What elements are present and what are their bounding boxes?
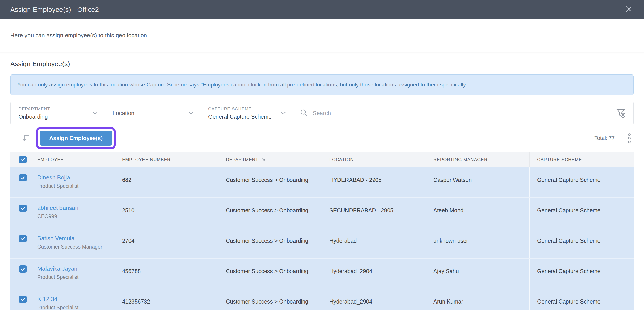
department-filter-value: Onboarding xyxy=(18,114,50,120)
select-all-checkbox[interactable] xyxy=(19,156,26,163)
location-cell: Hyderabad xyxy=(322,228,426,258)
search-input[interactable] xyxy=(312,110,616,117)
table-header-employee-number: EMPLOYEE NUMBER xyxy=(114,152,218,167)
employee-cell: Malavika Jayan Product Specialist xyxy=(10,259,114,289)
employee-number-cell: 456788 xyxy=(114,259,218,289)
employee-number-cell: 682 xyxy=(114,167,218,197)
filter-clear-icon[interactable] xyxy=(616,107,626,119)
capture-scheme-filter-label: CAPTURE SCHEME xyxy=(208,106,272,111)
employee-job-title: CEO999 xyxy=(37,213,78,220)
employee-cell: abhijeet bansari CEO999 xyxy=(10,198,114,228)
employee-job-title: Customer Success Manager xyxy=(37,244,102,250)
total-count: Total: 77 xyxy=(594,135,615,141)
employee-job-title: Product Specialist xyxy=(37,305,78,310)
employee-name-link[interactable]: Dinesh Bojja xyxy=(37,174,78,181)
row-checkbox[interactable] xyxy=(19,174,26,182)
reporting-manager-cell: Arun Kumar xyxy=(426,289,529,310)
table-header-employee: EMPLOYEE xyxy=(10,152,114,167)
location-cell: Hyderabad_2904 xyxy=(322,259,426,289)
location-cell: SECUNDERABAD - 2905 xyxy=(322,198,426,228)
capture-scheme-cell: General Capture Scheme xyxy=(529,289,634,310)
table-toolbar: Assign Employee(s) Total: 77 xyxy=(10,124,634,152)
employee-job-title: Product Specialist xyxy=(37,274,78,280)
table-row[interactable]: K 12 34 Product Specialist 412356732 Cus… xyxy=(10,289,634,310)
intro-section: Here you can assign employee(s) to this … xyxy=(0,19,644,52)
capture-scheme-cell: General Capture Scheme xyxy=(529,167,634,197)
capture-scheme-filter[interactable]: CAPTURE SCHEME General Capture Scheme xyxy=(200,102,292,124)
employee-number-cell: 2704 xyxy=(114,228,218,258)
chevron-down-icon xyxy=(188,111,194,115)
department-cell: Customer Success > Onboarding xyxy=(218,259,322,289)
filter-bar: DEPARTMENT Onboarding Location CAPTURE S… xyxy=(10,102,634,124)
modal-header: Assign Employee(s) - Office2 xyxy=(0,0,644,19)
department-cell: Customer Success > Onboarding xyxy=(218,228,322,258)
department-cell: Customer Success > Onboarding xyxy=(218,167,322,197)
employee-name-link[interactable]: Satish Vemula xyxy=(37,235,102,242)
employee-name-link[interactable]: Malavika Jayan xyxy=(37,265,78,272)
location-filter[interactable]: Location xyxy=(104,102,200,124)
employee-number-cell: 412356732 xyxy=(114,289,218,310)
table-row[interactable]: Dinesh Bojja Product Specialist 682 Cust… xyxy=(10,167,634,198)
capture-scheme-cell: General Capture Scheme xyxy=(529,198,634,228)
employee-number-cell: 2510 xyxy=(114,198,218,228)
department-cell: Customer Success > Onboarding xyxy=(218,198,322,228)
table-header-reporting-manager: REPORTING MANAGER xyxy=(426,152,529,167)
search-box xyxy=(292,102,634,124)
kebab-menu-icon[interactable] xyxy=(628,133,630,143)
funnel-icon[interactable] xyxy=(262,157,266,162)
assign-employees-button[interactable]: Assign Employee(s) xyxy=(40,131,112,145)
employee-name-link[interactable]: K 12 34 xyxy=(37,296,78,303)
location-cell: HYDERABAD - 2905 xyxy=(322,167,426,197)
employee-job-title: Product Specialist xyxy=(37,183,78,189)
row-checkbox[interactable] xyxy=(19,265,26,273)
department-cell: Customer Success > Onboarding xyxy=(218,289,322,310)
table-header-capture-scheme: CAPTURE SCHEME xyxy=(529,152,634,167)
intro-description: Here you can assign employee(s) to this … xyxy=(10,32,149,39)
location-cell: Hyderabad_2904 xyxy=(322,289,426,310)
reporting-manager-cell: Ateeb Mohd. xyxy=(426,198,529,228)
close-icon xyxy=(625,5,633,14)
capture-scheme-cell: General Capture Scheme xyxy=(529,259,634,289)
capture-scheme-filter-value: General Capture Scheme xyxy=(208,114,272,120)
department-filter[interactable]: DEPARTMENT Onboarding xyxy=(10,102,104,124)
table-row[interactable]: Malavika Jayan Product Specialist 456788… xyxy=(10,259,634,289)
annotation-highlight: Assign Employee(s) xyxy=(36,127,116,149)
capture-scheme-cell: General Capture Scheme xyxy=(529,228,634,258)
reporting-manager-cell: unknown user xyxy=(426,228,529,258)
page-title: Assign Employee(s) xyxy=(10,60,634,68)
info-banner-text: You can only assign employees to this lo… xyxy=(17,82,467,88)
table-body: Dinesh Bojja Product Specialist 682 Cust… xyxy=(10,167,634,310)
reporting-manager-cell: Casper Watson xyxy=(426,167,529,197)
search-icon xyxy=(300,109,308,117)
chevron-down-icon xyxy=(281,111,286,115)
reporting-manager-cell: Ajay Sahu xyxy=(426,259,529,289)
table-row[interactable]: Satish Vemula Customer Success Manager 2… xyxy=(10,228,634,259)
employee-cell: Dinesh Bojja Product Specialist xyxy=(10,167,114,197)
close-button[interactable] xyxy=(624,5,634,14)
table-row[interactable]: abhijeet bansari CEO999 2510 Customer Su… xyxy=(10,198,634,228)
info-banner: You can only assign employees to this lo… xyxy=(10,74,634,95)
employee-cell: Satish Vemula Customer Success Manager xyxy=(10,228,114,258)
row-checkbox[interactable] xyxy=(19,296,26,303)
table-header-row: EMPLOYEE EMPLOYEE NUMBER DEPARTMENT LOCA… xyxy=(10,152,634,167)
chevron-down-icon xyxy=(92,111,98,115)
modal-title: Assign Employee(s) - Office2 xyxy=(10,6,99,13)
department-filter-label: DEPARTMENT xyxy=(18,106,50,111)
row-checkbox[interactable] xyxy=(19,205,26,212)
sort-down-icon[interactable] xyxy=(21,133,31,143)
row-checkbox[interactable] xyxy=(19,235,26,242)
table-header-department: DEPARTMENT xyxy=(218,152,322,167)
table-header-location: LOCATION xyxy=(322,152,426,167)
employee-cell: K 12 34 Product Specialist xyxy=(10,289,114,310)
modal-content: Assign Employee(s) You can only assign e… xyxy=(0,60,644,310)
employee-name-link[interactable]: abhijeet bansari xyxy=(37,205,78,211)
location-filter-placeholder: Location xyxy=(112,110,134,117)
